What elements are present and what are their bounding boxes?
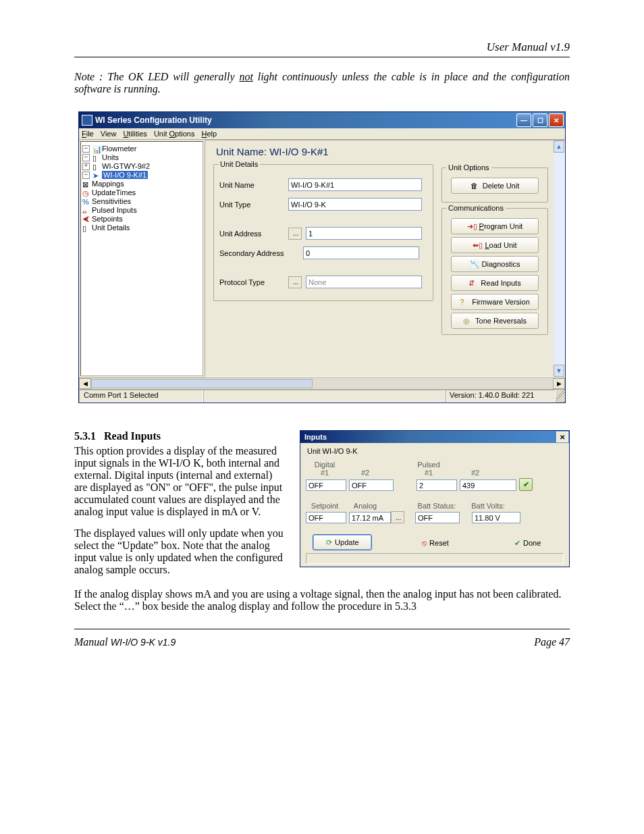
- refresh-icon: ⟳: [326, 538, 332, 547]
- digital-col1: #1: [306, 469, 344, 477]
- batt-status-field[interactable]: [415, 512, 460, 523]
- note-text: Note : The OK LED will generally: [74, 71, 239, 82]
- tree-units[interactable]: Units: [102, 153, 119, 161]
- unit-heading: Unit Name: WI-I/O 9-K#1: [205, 140, 439, 161]
- program-icon: ➜▯: [467, 222, 477, 230]
- units-icon: ▯: [92, 154, 101, 161]
- diagnostics-button[interactable]: 📉Diagnostics: [451, 256, 539, 272]
- confirm-check-button[interactable]: ✔: [519, 478, 533, 491]
- inputs-close-button[interactable]: ✕: [556, 432, 568, 442]
- collapse-icon[interactable]: −: [82, 154, 90, 161]
- tone-reversals-button[interactable]: ◎Tone Reversals: [451, 313, 539, 329]
- unit-type-label: Unit Type: [219, 201, 284, 209]
- footer-rule: [74, 629, 570, 629]
- inputs-titlebar[interactable]: Inputs ✕: [300, 431, 569, 443]
- inputs-status-line: [306, 553, 564, 564]
- unit-address-browse-button[interactable]: ...: [288, 228, 302, 240]
- details-icon: ▯: [82, 224, 90, 231]
- page-header: User Manual v1.9: [74, 41, 570, 54]
- communications-group: Communications ➜▯Program Unit ⬅▯Load Uni…: [441, 208, 548, 335]
- reset-button[interactable]: ⦸Reset: [406, 536, 464, 550]
- menu-unit-options[interactable]: Unit Options: [154, 130, 195, 138]
- page-footer: Manual WI-I/O 9-K v1.9 Page 47: [74, 636, 570, 648]
- readinputs-icon: ⇵: [468, 279, 478, 287]
- protocol-type-field: [306, 276, 422, 288]
- clock-icon: ◷: [82, 189, 90, 196]
- secondary-address-field[interactable]: [303, 246, 419, 259]
- pulsed-1-field[interactable]: [417, 479, 457, 491]
- scroll-right-icon[interactable]: ▶: [553, 378, 565, 389]
- tone-icon: ◎: [463, 317, 473, 325]
- digital-label: Digital: [306, 461, 344, 469]
- protocol-browse-button[interactable]: ...: [288, 276, 302, 288]
- unit-name-field[interactable]: [288, 178, 422, 191]
- minimize-button[interactable]: —: [516, 113, 531, 127]
- unit-type-field[interactable]: [288, 198, 422, 211]
- header-rule: [74, 57, 570, 57]
- pulsed-col2: #2: [448, 469, 503, 477]
- digital-1-field[interactable]: [306, 479, 346, 491]
- status-version: Version: 1.40.0 Build: 221: [445, 390, 556, 402]
- batt-status-label: Batt Status:: [410, 502, 464, 510]
- menubar: FFileile View Utilities Unit Options Hel…: [79, 128, 565, 140]
- unit-details-group: Unit Details Unit Name Unit Type Unit Ad…: [213, 164, 433, 301]
- tree-unitdetails[interactable]: Unit Details: [92, 224, 130, 232]
- read-inputs-button[interactable]: ⇵Read Inputs: [451, 275, 539, 291]
- unit-address-label: Unit Address: [219, 230, 284, 238]
- close-button[interactable]: ✕: [549, 113, 564, 127]
- resize-grip[interactable]: [556, 390, 565, 402]
- update-button[interactable]: ⟳Update: [313, 534, 372, 550]
- digital-col2: #2: [344, 469, 387, 477]
- tree-updatetimes[interactable]: UpdateTimes: [92, 188, 136, 197]
- status-comm-port: Comm Port 1 Selected: [79, 390, 203, 402]
- analog-browse-button[interactable]: ...: [391, 511, 404, 523]
- maximize-button[interactable]: ☐: [533, 113, 547, 127]
- menu-file[interactable]: FFileile: [82, 130, 94, 138]
- window-title: WI Series Configuration Utility: [95, 115, 516, 125]
- pulsed-2-field[interactable]: [460, 479, 516, 491]
- note-not: not: [239, 71, 252, 82]
- batt-volts-field[interactable]: [472, 512, 520, 523]
- done-button[interactable]: ✔Done: [499, 536, 557, 550]
- program-unit-button[interactable]: ➜▯Program Unit: [451, 218, 539, 234]
- unit-icon: ▯: [92, 163, 101, 170]
- vertical-scrollbar[interactable]: ▲ ▼: [554, 140, 564, 377]
- digital-2-field[interactable]: [349, 479, 394, 491]
- arrow-icon: ➤: [92, 172, 101, 178]
- tree-root[interactable]: Flowmeter: [102, 145, 136, 153]
- expand-icon[interactable]: +: [82, 163, 90, 170]
- analog-field[interactable]: [349, 512, 391, 523]
- percent-icon: %: [82, 198, 90, 205]
- scroll-down-icon[interactable]: ▼: [554, 365, 564, 377]
- scroll-left-icon[interactable]: ◀: [79, 378, 91, 389]
- unit-address-field[interactable]: [306, 227, 422, 240]
- setpoint-field[interactable]: [306, 512, 346, 523]
- tree-sensitivities[interactable]: Sensitivities: [92, 197, 131, 205]
- collapse-icon[interactable]: −: [82, 172, 90, 179]
- scroll-thumb[interactable]: [91, 379, 313, 388]
- menu-view[interactable]: View: [101, 130, 117, 138]
- pulse-icon: ⏛: [82, 207, 90, 213]
- scroll-up-icon[interactable]: ▲: [554, 140, 564, 153]
- setpoint-label: Setpoint: [306, 502, 344, 510]
- menu-utilities[interactable]: Utilities: [123, 130, 146, 138]
- firmware-version-button[interactable]: ?Firmware Version: [451, 294, 539, 310]
- tree-selected-unit[interactable]: WI-I/O 9-K#1: [102, 171, 148, 179]
- tree-setpoints[interactable]: Setpoints: [92, 215, 123, 223]
- tree-pulsed[interactable]: Pulsed Inputs: [92, 206, 137, 214]
- load-unit-button[interactable]: ⬅▯Load Unit: [451, 237, 539, 253]
- titlebar[interactable]: WI Series Configuration Utility — ☐ ✕: [79, 112, 565, 128]
- section-p3: If the analog display shows mA and you a…: [74, 588, 570, 613]
- horizontal-scrollbar[interactable]: ◀ ▶: [79, 377, 565, 389]
- delete-unit-button[interactable]: 🗑Delete Unit: [451, 178, 539, 194]
- tree-mappings[interactable]: Mappings: [92, 180, 124, 188]
- setpoint-icon: ⮜: [82, 215, 90, 222]
- collapse-icon[interactable]: −: [82, 145, 90, 153]
- section-heading: 5.3.1 Read Inputs: [74, 430, 284, 442]
- inputs-dialog: Inputs ✕ Unit WI-I/O 9-K Digital#1 #2 Pu…: [300, 430, 570, 567]
- tree-view[interactable]: −📊Flowmeter −▯Units +▯WI-GTWY-9#2 −➤WI-I…: [80, 141, 203, 376]
- inputs-unit-label: Unit WI-I/O 9-K: [306, 446, 564, 459]
- pulsed-label: Pulsed: [410, 461, 448, 469]
- menu-help[interactable]: Help: [201, 130, 217, 138]
- tree-gtwy[interactable]: WI-GTWY-9#2: [102, 162, 150, 170]
